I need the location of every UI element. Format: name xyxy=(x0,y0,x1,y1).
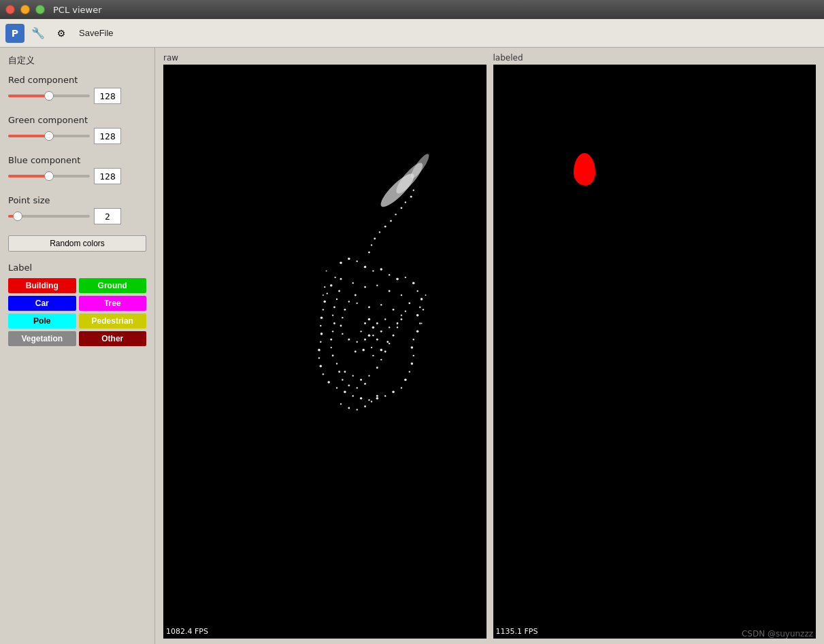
svg-point-129 xyxy=(371,401,372,402)
svg-point-64 xyxy=(360,379,362,381)
svg-point-132 xyxy=(323,294,324,296)
svg-point-95 xyxy=(368,318,371,321)
label-btn-tree[interactable]: Tree xyxy=(79,296,147,311)
svg-point-128 xyxy=(364,405,366,407)
svg-point-25 xyxy=(401,387,402,388)
svg-point-57 xyxy=(397,326,398,328)
labeled-viewer-label: labeled xyxy=(493,53,817,63)
label-btn-ground[interactable]: Ground xyxy=(79,278,147,293)
window-title: PCL viewer xyxy=(53,5,102,15)
svg-point-88 xyxy=(348,339,350,341)
labeled-red-blob xyxy=(574,153,595,186)
sidebar: 自定义 Red component 128 Green component 12… xyxy=(0,48,155,644)
svg-point-4 xyxy=(348,258,350,260)
svg-point-107 xyxy=(380,349,383,352)
minimize-button[interactable] xyxy=(20,5,30,14)
svg-point-110 xyxy=(395,214,396,215)
wrench-icon: 🔧 xyxy=(31,27,45,39)
svg-point-115 xyxy=(384,226,386,228)
svg-point-20 xyxy=(411,346,414,349)
svg-point-52 xyxy=(389,290,391,292)
toolbar: P 🔧 ⚙ SaveFile xyxy=(0,19,824,48)
svg-point-108 xyxy=(386,341,389,343)
svg-point-55 xyxy=(405,311,406,312)
svg-point-70 xyxy=(330,339,332,341)
svg-point-50 xyxy=(364,286,366,288)
svg-point-127 xyxy=(357,409,358,410)
red-slider-thumb[interactable] xyxy=(44,91,54,101)
svg-point-73 xyxy=(332,314,333,316)
blue-slider-track[interactable] xyxy=(8,170,90,182)
label-btn-pedestrian[interactable]: Pedestrian xyxy=(79,313,147,328)
svg-point-96 xyxy=(376,322,378,324)
svg-point-61 xyxy=(380,359,382,360)
svg-point-24 xyxy=(404,379,407,382)
point-size-slider-track[interactable] xyxy=(8,210,90,222)
red-slider-value[interactable]: 128 xyxy=(94,88,121,104)
svg-point-98 xyxy=(372,326,375,329)
blue-slider-thumb[interactable] xyxy=(44,171,54,181)
svg-point-74 xyxy=(333,306,335,308)
svg-point-78 xyxy=(368,306,370,308)
svg-point-109 xyxy=(390,220,392,222)
svg-point-10 xyxy=(396,277,399,280)
svg-point-22 xyxy=(411,362,414,365)
svg-point-21 xyxy=(413,355,414,356)
savefile-button[interactable]: SaveFile xyxy=(75,27,118,39)
svg-point-104 xyxy=(362,349,365,352)
svg-point-3 xyxy=(340,262,342,265)
labeled-viewer-canvas[interactable]: 1135.1 FPS xyxy=(493,65,817,639)
svg-point-72 xyxy=(333,322,335,324)
svg-point-121 xyxy=(357,387,358,388)
red-slider-track[interactable] xyxy=(8,90,90,102)
green-slider-value[interactable]: 128 xyxy=(94,128,121,144)
svg-point-47 xyxy=(334,277,335,278)
green-component-label: Green component xyxy=(8,115,146,125)
svg-point-123 xyxy=(342,379,343,380)
blue-slider-value[interactable]: 128 xyxy=(94,168,121,184)
svg-point-9 xyxy=(389,274,390,275)
svg-point-113 xyxy=(410,196,412,198)
titlebar: PCL viewer xyxy=(0,0,824,19)
toolbar-icon-gray[interactable]: ⚙ xyxy=(52,24,71,43)
svg-point-51 xyxy=(376,285,378,286)
red-slider-fill xyxy=(8,95,49,97)
blue-slider-fill xyxy=(8,175,49,177)
svg-point-28 xyxy=(376,397,379,400)
svg-point-30 xyxy=(360,397,363,400)
svg-point-66 xyxy=(344,371,346,373)
label-btn-pole[interactable]: Pole xyxy=(8,313,76,328)
toolbar-icon-blue[interactable]: P xyxy=(5,24,24,43)
svg-point-136 xyxy=(421,323,423,324)
svg-point-48 xyxy=(340,278,342,280)
svg-point-46 xyxy=(330,284,333,287)
label-btn-other[interactable]: Other xyxy=(79,331,147,346)
svg-point-49 xyxy=(352,282,354,284)
green-slider-thumb[interactable] xyxy=(44,131,54,141)
svg-point-118 xyxy=(371,244,372,245)
point-size-slider-thumb[interactable] xyxy=(13,211,22,221)
footer-watermark: CSDN @suyunzzz xyxy=(742,629,813,639)
label-btn-building[interactable]: Building xyxy=(8,278,76,293)
svg-point-79 xyxy=(380,304,382,305)
red-slider-bg xyxy=(8,95,90,97)
svg-point-75 xyxy=(336,299,337,300)
svg-point-26 xyxy=(392,391,395,394)
svg-point-102 xyxy=(376,339,378,341)
maximize-button[interactable] xyxy=(35,5,45,14)
close-button[interactable] xyxy=(5,5,15,14)
svg-point-83 xyxy=(389,326,390,328)
svg-point-27 xyxy=(384,395,386,396)
label-btn-car[interactable]: Car xyxy=(8,296,76,311)
red-component-label: Red component xyxy=(8,75,146,85)
svg-point-120 xyxy=(364,383,366,385)
toolbar-icon-orange[interactable]: 🔧 xyxy=(29,24,48,43)
random-colors-button[interactable]: Random colors xyxy=(8,235,146,252)
label-btn-vegetation[interactable]: Vegetation xyxy=(8,331,76,346)
point-size-value[interactable]: 2 xyxy=(94,208,121,224)
raw-viewer-canvas[interactable]: 1082.4 FPS xyxy=(163,65,487,639)
svg-point-19 xyxy=(413,339,414,340)
svg-point-131 xyxy=(324,286,325,288)
svg-point-8 xyxy=(380,268,383,271)
green-slider-track[interactable] xyxy=(8,130,90,142)
